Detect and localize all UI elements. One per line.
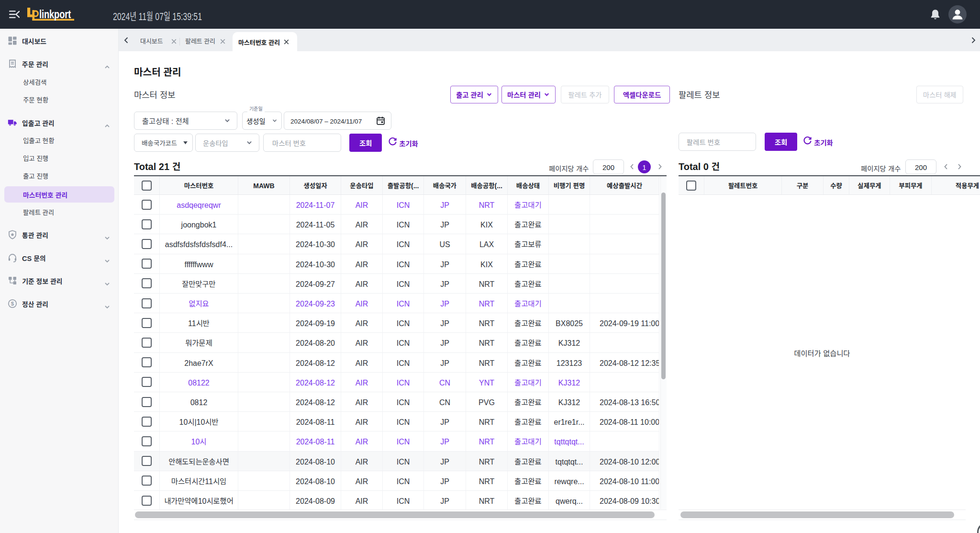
svg-text:$: $ (11, 301, 14, 306)
